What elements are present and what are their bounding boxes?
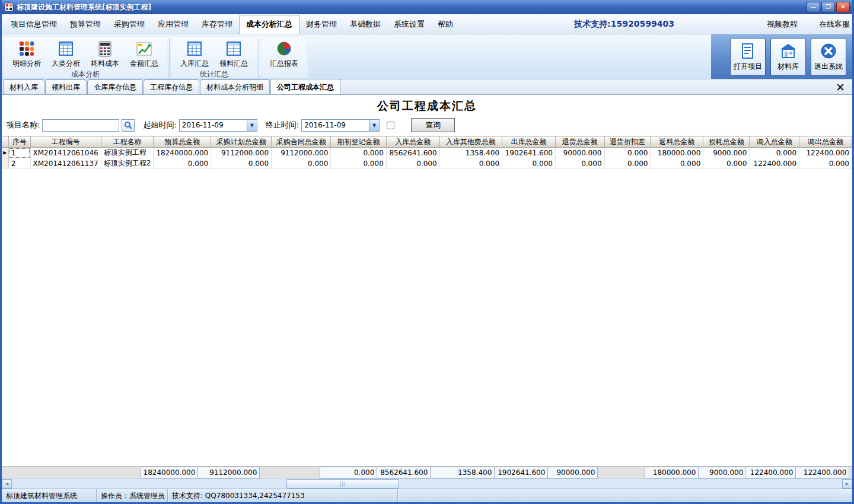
column-header-11[interactable]: 退货折扣差: [604, 136, 651, 148]
cell[interactable]: 9000.000: [703, 148, 750, 158]
column-header-2[interactable]: 工程名称: [101, 136, 154, 148]
cell[interactable]: 0.000: [651, 158, 703, 169]
column-header-10[interactable]: 退货总金额: [555, 136, 604, 148]
column-header-13[interactable]: 损耗总金额: [703, 136, 750, 148]
close-page-icon[interactable]: ✕: [836, 82, 845, 93]
scroll-left-icon[interactable]: ◄: [2, 479, 12, 489]
column-header-3[interactable]: 预算总金额: [154, 136, 211, 148]
tab-project-stock-info[interactable]: 工程库存信息: [144, 79, 199, 94]
cell[interactable]: 0.000: [154, 158, 211, 169]
search-button[interactable]: [122, 119, 135, 132]
cell[interactable]: 0.000: [604, 148, 651, 158]
close-button[interactable]: ✕: [836, 2, 850, 12]
online-service-link[interactable]: 在线客服: [819, 19, 850, 30]
cell[interactable]: 0.000: [750, 148, 799, 158]
chevron-down-icon[interactable]: ▼: [247, 120, 257, 131]
app-icon: [4, 2, 14, 12]
detail-analysis-button[interactable]: 明细分析: [7, 37, 46, 69]
cell[interactable]: 9112000.000: [211, 148, 272, 158]
cell[interactable]: 180000.000: [651, 148, 703, 158]
cell[interactable]: 8562641.600: [386, 148, 439, 158]
menu-item-application[interactable]: 应用管理: [151, 15, 195, 34]
tab-material-inbound[interactable]: 材料入库: [3, 79, 44, 94]
cell[interactable]: 0.000: [502, 158, 556, 169]
cell[interactable]: 0.000: [799, 158, 852, 169]
picking-summary-icon: [226, 40, 241, 58]
column-header-7[interactable]: 入库总金额: [386, 136, 439, 148]
cell[interactable]: 90000.000: [555, 148, 604, 158]
cell[interactable]: 0.000: [555, 158, 604, 169]
cell[interactable]: XM201412061137: [30, 158, 101, 169]
tab-company-cost-summary[interactable]: 公司工程成本汇总: [270, 79, 340, 94]
minimize-button[interactable]: —: [807, 2, 820, 12]
tab-warehouse-stock-info[interactable]: 仓库库存信息: [87, 79, 143, 94]
query-button[interactable]: 查询: [411, 118, 455, 132]
summary-report-button[interactable]: 汇总报表: [265, 37, 304, 69]
column-header-12[interactable]: 返料总金额: [651, 136, 703, 148]
row-selector[interactable]: [2, 158, 8, 169]
column-header-6[interactable]: 期初登记金额: [331, 136, 386, 148]
cell[interactable]: 0.000: [211, 158, 272, 169]
cell[interactable]: 标顶实例工程: [101, 148, 154, 158]
category-analysis-button[interactable]: 大类分析: [46, 37, 85, 69]
menu-item-project-info[interactable]: 项目信息管理: [4, 15, 63, 34]
tab-material-outbound[interactable]: 领料出库: [45, 79, 87, 94]
amount-summary-button[interactable]: 金额汇总: [125, 37, 164, 69]
column-header-8[interactable]: 入库其他费总额: [439, 136, 502, 148]
material-cost-button[interactable]: 耗料成本: [85, 37, 125, 69]
cell[interactable]: 0.000: [439, 158, 502, 169]
cell[interactable]: 122400.000: [799, 148, 852, 158]
cell[interactable]: 0.000: [386, 158, 439, 169]
title-bar[interactable]: 标顶建设施工材料管理系统[标顶实例工程] — ❐ ✕: [2, 0, 852, 14]
cell[interactable]: 0.000: [331, 148, 386, 158]
project-name-input[interactable]: [42, 119, 119, 132]
ribbon-group-stat-summary: 入库汇总 领料汇总 统计汇总: [171, 36, 257, 78]
maximize-button[interactable]: ❐: [821, 2, 835, 12]
inbound-summary-button[interactable]: 入库汇总: [175, 37, 214, 69]
scroll-thumb[interactable]: |||: [286, 479, 399, 489]
chevron-down-icon[interactable]: ▼: [369, 120, 379, 131]
cell[interactable]: 9112000.000: [272, 148, 331, 158]
menu-item-finance[interactable]: 财务管理: [299, 15, 343, 34]
cell[interactable]: 1: [8, 148, 30, 158]
menu-item-inventory[interactable]: 库存管理: [195, 15, 239, 34]
column-header-5[interactable]: 采购合同总金额: [272, 136, 331, 148]
cell[interactable]: 122400.000: [750, 158, 799, 169]
column-header-14[interactable]: 调入总金额: [750, 136, 799, 148]
start-date-select[interactable]: 2016-11-09 ▼: [179, 119, 257, 132]
video-tutorial-link[interactable]: 视频教程: [767, 19, 798, 30]
menu-item-base-data[interactable]: 基础数据: [343, 15, 387, 34]
open-project-button[interactable]: 打开项目: [730, 38, 766, 76]
menu-item-budget[interactable]: 预算管理: [63, 15, 107, 34]
cell[interactable]: 1902641.600: [502, 148, 556, 158]
cell[interactable]: 标顶实例工程2: [101, 158, 154, 169]
table-row[interactable]: 2XM201412061137标顶实例工程20.0000.0000.0000.0…: [2, 158, 852, 169]
column-header-1[interactable]: 工程编号: [30, 136, 101, 148]
column-header-0[interactable]: 序号: [8, 136, 30, 148]
cell[interactable]: XM201412061046: [30, 148, 101, 158]
filter-checkbox[interactable]: [387, 122, 394, 129]
cell[interactable]: 18240000.000: [154, 148, 211, 158]
picking-summary-button[interactable]: 领料汇总: [214, 37, 253, 69]
horizontal-scrollbar[interactable]: ◄ ||| ►: [2, 479, 852, 489]
cell[interactable]: 0.000: [272, 158, 331, 169]
column-header-15[interactable]: 调出总金额: [799, 136, 852, 148]
cell[interactable]: 0.000: [703, 158, 750, 169]
row-selector[interactable]: ▶: [2, 148, 8, 158]
column-header-9[interactable]: 出库总金额: [502, 136, 556, 148]
table-row[interactable]: ▶1XM201412061046标顶实例工程18240000.000911200…: [2, 148, 852, 158]
menu-item-help[interactable]: 帮助: [431, 15, 460, 34]
end-date-select[interactable]: 2016-11-09 ▼: [301, 119, 380, 132]
cell[interactable]: 1358.400: [439, 148, 502, 158]
exit-system-button[interactable]: 退出系统: [811, 38, 846, 76]
menu-item-purchase[interactable]: 采购管理: [107, 15, 151, 34]
tab-material-cost-detail[interactable]: 材料成本分析明细: [200, 79, 270, 94]
column-header-4[interactable]: 采购计划总金额: [211, 136, 272, 148]
cell[interactable]: 0.000: [604, 158, 651, 169]
menu-item-system-settings[interactable]: 系统设置: [387, 15, 431, 34]
cell[interactable]: 0.000: [331, 158, 386, 169]
cell[interactable]: 2: [8, 158, 30, 169]
menu-item-cost-analysis-summary[interactable]: 成本分析汇总: [239, 15, 299, 34]
scroll-right-icon[interactable]: ►: [842, 479, 852, 489]
material-library-button[interactable]: 材料库: [770, 38, 806, 76]
